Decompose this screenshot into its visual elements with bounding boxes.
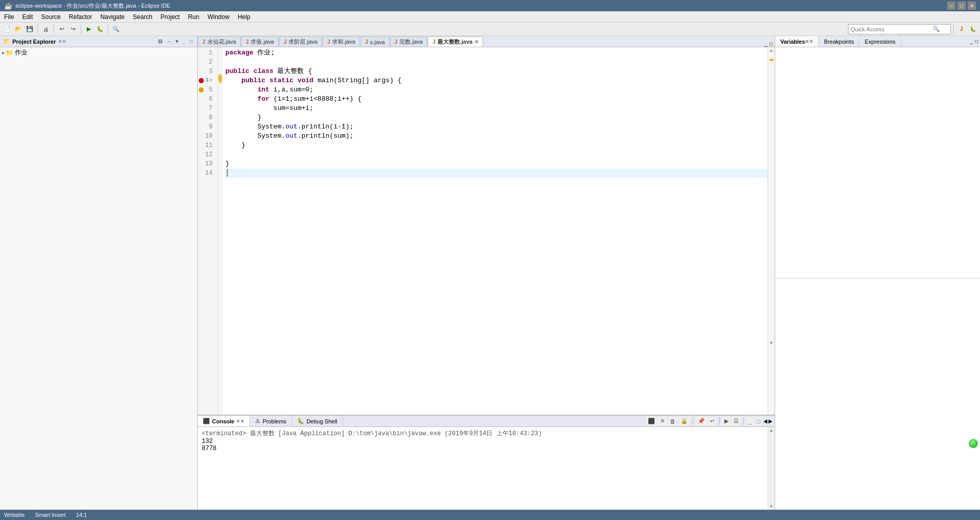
tab-expressions[interactable]: Expressions (859, 36, 901, 47)
code-line-5: int i,a,sum=0; (225, 85, 767, 95)
ln-9: 9 (198, 122, 215, 132)
console-terminate-button[interactable]: ⬛ (646, 417, 657, 425)
collapse-all-button[interactable]: ⊟ (157, 38, 164, 45)
ruler-marker-1 (770, 59, 774, 61)
right-panel-maximize[interactable]: □ (975, 39, 978, 44)
redo-button[interactable]: ↪ (68, 24, 78, 34)
console-scrollbar[interactable]: ▲ ▼ (767, 427, 775, 510)
menu-search[interactable]: Search (129, 11, 157, 22)
tab-s[interactable]: J s.java (360, 36, 389, 47)
menu-file[interactable]: File (0, 11, 18, 22)
open-button[interactable]: 📂 (13, 24, 24, 34)
tab-label-6: 完数.java (399, 38, 422, 46)
search-toolbar-button[interactable]: 🔍 (111, 24, 121, 34)
debug-button[interactable]: 🐛 (95, 24, 105, 34)
panel-menu-button[interactable]: ▾ (174, 38, 180, 45)
maximize-button[interactable]: □ (957, 2, 966, 10)
console-pin-button[interactable]: 📌 (696, 417, 707, 425)
variables-tab-badge: ✕✕ (805, 39, 813, 44)
menu-window[interactable]: Window (203, 11, 234, 22)
menu-source[interactable]: Source (37, 11, 65, 22)
quick-access-icon: 🔍 (933, 26, 940, 32)
expand-arrow: ▸ (2, 50, 5, 55)
ruler-up-arrow[interactable]: ▲ (768, 47, 775, 53)
editor-tab-controls: _ □ (484, 41, 775, 47)
console-clear-button[interactable]: 🗑 (668, 417, 678, 425)
console-output[interactable]: <terminated> 最大整数 [Java Application] D:\… (198, 427, 767, 510)
code-editor[interactable]: package 作业; public class 最大整数 { public s… (222, 47, 767, 415)
tab-close-7[interactable]: ✕ (474, 39, 478, 45)
undo-button[interactable]: ↩ (56, 24, 67, 34)
window-controls[interactable]: ─ □ ✕ (947, 2, 976, 10)
save-button[interactable]: 💾 (25, 24, 35, 34)
menu-help[interactable]: Help (234, 11, 255, 22)
toolbar: 📄 📂 💾 🖨 ↩ ↪ ▶ 🐛 🔍 🔍 J 🐛 (0, 23, 980, 36)
tree-item-workspace[interactable]: ▸ 📁 作业 (0, 47, 197, 58)
quick-access-input[interactable] (851, 26, 933, 32)
console-remove-button[interactable]: ✕ (658, 417, 667, 425)
tab-shuixianhua[interactable]: J 水仙花.java (198, 36, 241, 47)
print-button[interactable]: 🖨 (41, 24, 51, 34)
console-scroll-lock[interactable]: 🔒 (679, 417, 690, 425)
close-button[interactable]: ✕ (968, 2, 976, 10)
tab-qiuzhi[interactable]: J 求值.java (241, 36, 279, 47)
ruler-down-arrow[interactable]: ▼ (768, 341, 775, 346)
problems-tab-label: Problems (262, 418, 286, 424)
minimize-editor-button[interactable]: _ (764, 41, 767, 47)
scroll-right-btn[interactable]: ▶ (768, 418, 773, 424)
tab-qiuhe[interactable]: J 求和.java (322, 36, 360, 47)
tab-debug-shell[interactable]: 🐛 Debug Shell (292, 416, 343, 426)
right-panel-controls: _ □ (901, 39, 980, 44)
code-line-3: public class 最大整数 { (225, 67, 767, 76)
maximize-console-button[interactable]: □ (755, 417, 762, 425)
open-console-button[interactable]: ▶ (722, 417, 731, 425)
code-line-13: } (225, 159, 767, 169)
right-panel-content (775, 47, 980, 510)
console-terminated-line: <terminated> 最大整数 [Java Application] D:\… (202, 429, 763, 438)
scrollbar-down-icon: ▼ (770, 504, 774, 509)
new-button[interactable]: 📄 (2, 24, 12, 34)
toolbar-sep-3 (81, 25, 81, 34)
menu-navigate[interactable]: Navigate (96, 11, 128, 22)
scroll-left-btn[interactable]: ◀ (763, 418, 767, 424)
ln-1: 1 (198, 48, 215, 58)
variables-tab-label: Variables (780, 39, 805, 45)
console-word-wrap[interactable]: ↵ (708, 417, 717, 425)
code-line-1: package 作业; (225, 48, 767, 58)
code-line-9: System.out.println(i-1); (225, 122, 767, 132)
tab-breakpoints[interactable]: Breakpoints (819, 36, 859, 47)
console-area: <terminated> 最大整数 [Java Application] D:\… (198, 427, 775, 510)
minimize-panel-button[interactable]: _ (181, 38, 187, 45)
console-sep-3 (743, 418, 744, 425)
tab-label-3: 求阶层.java (289, 38, 317, 46)
console-icon: ⬛ (203, 418, 210, 424)
menu-edit[interactable]: Edit (18, 11, 37, 22)
tab-variables[interactable]: Variables ✕✕ (775, 36, 819, 47)
minimize-console-button[interactable]: _ (746, 417, 754, 425)
quick-access-box[interactable]: 🔍 (848, 24, 951, 34)
maximize-panel-button[interactable]: □ (188, 38, 194, 45)
tab-wanshu[interactable]: J 完数.java (390, 36, 428, 47)
show-consoles-button[interactable]: ☰ (732, 417, 741, 425)
ln-11: 11 (198, 141, 215, 150)
tab-qiujieceng[interactable]: J 求阶层.java (279, 36, 322, 47)
menu-project[interactable]: Project (157, 11, 184, 22)
tab-zuida[interactable]: J 最大整数.java ✕ (428, 36, 483, 47)
tab-icon-7: J (432, 39, 435, 45)
editor-area: 1 2 3 4> 5 6 7 8 9 10 11 12 13 14 (198, 47, 775, 415)
tab-problems[interactable]: ⚠ Problems (250, 416, 292, 426)
project-explorer-title-group: 📁 Project Explorer ✕✕ (3, 38, 66, 45)
ln-12: 12 (198, 150, 215, 159)
tab-console[interactable]: ⬛ Console ✕✕ (198, 416, 250, 426)
menu-refactor[interactable]: Refactor (65, 11, 96, 22)
menu-run[interactable]: Run (184, 11, 203, 22)
perspective-debug[interactable]: 🐛 (968, 24, 978, 34)
breakpoints-tab-label: Breakpoints (824, 39, 854, 45)
maximize-editor-button[interactable]: □ (770, 41, 773, 47)
link-editor-button[interactable]: ↔ (165, 38, 173, 45)
panel-controls[interactable]: ⊟ ↔ ▾ _ □ (157, 38, 194, 45)
run-button[interactable]: ▶ (84, 24, 94, 34)
minimize-button[interactable]: ─ (947, 2, 955, 10)
right-panel-minimize[interactable]: _ (970, 39, 973, 44)
perspective-java[interactable]: J (956, 24, 967, 34)
